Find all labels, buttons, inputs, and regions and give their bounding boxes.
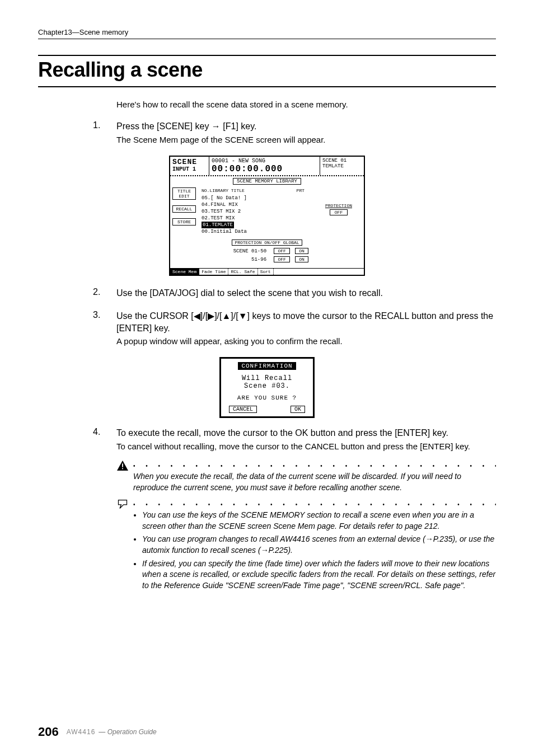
step-number: 4. xyxy=(93,427,116,452)
step-title: Use the CURSOR [◀]/[▶]/[▲]/[▼] keys to m… xyxy=(116,310,496,334)
lcd-tab-sort[interactable]: Sort xyxy=(258,269,274,275)
warning-text: When you execute the recall, the data of… xyxy=(133,471,496,493)
lcd-global-range: SCENE 01-50 xyxy=(224,248,266,254)
lcd-title-edit-button[interactable]: TITLE EDIT xyxy=(172,187,196,200)
lcd-list-header-prt: PRT xyxy=(297,187,305,194)
step-desc: The Scene Mem page of the SCENE screen w… xyxy=(116,134,496,145)
popup-ok-button[interactable]: OK xyxy=(291,406,305,413)
popup-title: CONFIRMATION xyxy=(238,362,296,370)
step-number: 2. xyxy=(93,287,116,300)
lcd-global-on-button[interactable]: ON xyxy=(295,256,308,262)
lcd-timecode: 00:00:00.000 xyxy=(212,164,317,174)
tip-item: You can use the keys of the SCENE MEMORY… xyxy=(142,510,496,532)
svg-rect-1 xyxy=(122,468,123,469)
lcd-list-item[interactable]: 02.TEST MIX xyxy=(202,215,316,222)
lcd-list-item[interactable]: 04.FINAL MIX xyxy=(202,201,316,208)
dot-rule: • • • • • • • • • • • • • • • • • • • • … xyxy=(133,462,496,470)
svg-rect-0 xyxy=(122,463,123,467)
lcd-global-off-button[interactable]: OFF xyxy=(274,256,289,262)
lcd-list-item[interactable]: 03.TEST MIX 2 xyxy=(202,208,316,215)
step-desc: To cancel without recalling, move the cu… xyxy=(116,440,496,452)
guide-label: — Operation Guide xyxy=(99,728,156,736)
step-desc: A popup window will appear, asking you t… xyxy=(116,335,496,347)
chapter-header: Chapter13—Scene memory xyxy=(38,28,496,39)
lcd-global-off-button[interactable]: OFF xyxy=(274,248,289,254)
step-number: 1. xyxy=(93,120,116,145)
popup-line1: Will Recall xyxy=(229,374,305,382)
intro-text: Here's how to recall the scene data stor… xyxy=(116,98,496,110)
title-rule: Recalling a scene xyxy=(38,55,496,87)
lcd-tab-rclsafe[interactable]: RCL. Safe xyxy=(228,269,257,275)
lcd-list-initial[interactable]: 00.Initial Data xyxy=(202,228,316,235)
lcd-screen-name: SCENE xyxy=(172,158,207,166)
lcd-screen-sub: INPUT 1 xyxy=(172,166,207,172)
step-title: Press the [SCENE] key → [F1] key. xyxy=(116,120,496,133)
page-number: 206 xyxy=(38,725,59,739)
lcd-song-id: 00001 - NEW SONG xyxy=(212,158,317,164)
lcd-global-title: PROTECTION ON/OFF GLOBAL xyxy=(232,240,302,246)
lcd-tab-fadetime[interactable]: Fade Time xyxy=(199,269,228,275)
lcd-protection-toggle[interactable]: OFF xyxy=(330,209,348,215)
lcd-scene-name: TEMLATE xyxy=(322,163,362,169)
lcd-protection-label: PROTECTION xyxy=(316,203,362,208)
tip-item: You can use program changes to recall AW… xyxy=(142,534,496,556)
warning-icon xyxy=(116,460,129,471)
lcd-library-title: SCENE MEMORY LIBRARY xyxy=(233,178,301,185)
lcd-list-item[interactable]: 05.[ No Data! ] xyxy=(202,195,316,201)
popup-question: ARE YOU SURE ? xyxy=(229,395,305,401)
popup-cancel-button[interactable]: CANCEL xyxy=(229,406,257,413)
step-title: Use the [DATA/JOG] dial to select the sc… xyxy=(116,287,496,299)
step-title: To execute the recall, move the cursor t… xyxy=(116,427,496,439)
lcd-global-range: 51-96 xyxy=(224,257,266,262)
lcd-store-button[interactable]: STORE xyxy=(172,218,196,226)
tip-icon xyxy=(116,499,129,510)
page-footer: 206 AW4416 — Operation Guide xyxy=(38,725,496,739)
lcd-scene-no: SCENE 01 xyxy=(322,158,362,163)
lcd-figure: SCENE INPUT 1 00001 - NEW SONG 00:00:00.… xyxy=(38,156,496,276)
popup-line2: Scene #03. xyxy=(229,382,305,390)
lcd-list-header-no: NO.LIBRARY TITLE xyxy=(202,187,245,194)
dot-rule: • • • • • • • • • • • • • • • • • • • • … xyxy=(133,501,496,509)
popup-figure: CONFIRMATION Will Recall Scene #03. ARE … xyxy=(38,357,496,418)
lcd-global-on-button[interactable]: ON xyxy=(295,248,308,254)
lcd-recall-button[interactable]: RECALL xyxy=(172,205,196,213)
model-name: AW4416 xyxy=(67,728,96,736)
lcd-list-selected[interactable]: 01.TEMLATE xyxy=(202,222,234,228)
step-number: 3. xyxy=(93,310,116,347)
tip-item: If desired, you can specify the time (fa… xyxy=(142,558,496,591)
page-title: Recalling a scene xyxy=(38,57,496,85)
lcd-tab-scenemem[interactable]: Scene Mem xyxy=(170,269,199,275)
